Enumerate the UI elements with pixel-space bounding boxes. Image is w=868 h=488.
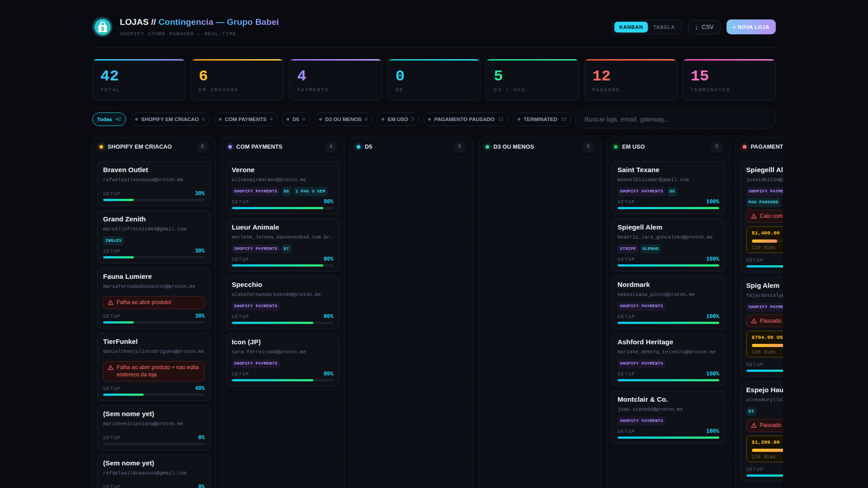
svg-text:$: $ <box>101 25 104 32</box>
